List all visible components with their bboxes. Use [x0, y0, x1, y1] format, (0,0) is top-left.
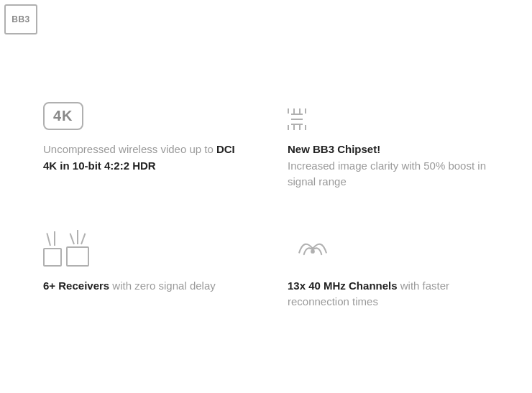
chip-pins-bottom — [288, 125, 306, 130]
icon-container-receivers — [43, 219, 244, 269]
antenna-center — [54, 231, 55, 246]
antenna-left-2 — [70, 233, 75, 244]
pin — [291, 114, 297, 115]
chip-body: BB3 — [4, 4, 37, 34]
pin — [293, 108, 295, 114]
feature-channels-text: 13x 40 MHz Channels with faster reconnec… — [288, 278, 489, 310]
feature-bb3-text: New BB3 Chipset! Increased image clarity… — [288, 142, 489, 190]
signal-svg — [291, 232, 334, 264]
chip-pins-top — [288, 108, 306, 114]
chip-pins-left — [291, 114, 297, 125]
pin — [297, 114, 303, 115]
features-grid: 4K Uncompressed wireless video up to DCI… — [0, 54, 532, 339]
feature-channels: 13x 40 MHz Channels with faster reconnec… — [288, 219, 489, 310]
feature-4k-highlight: DCI 4K in 10-bit 4:2:2 HDR — [43, 143, 235, 172]
antenna-left — [46, 233, 51, 246]
receiver-box-1 — [43, 248, 62, 267]
receiver-unit-1 — [43, 231, 62, 267]
feature-4k: 4K Uncompressed wireless video up to DCI… — [43, 83, 244, 190]
chip-pins-right — [297, 114, 303, 125]
icon-container-4k: 4K — [43, 83, 244, 133]
svg-point-0 — [311, 249, 315, 254]
feature-receivers-title: 6+ Receivers — [43, 279, 109, 292]
pin — [299, 125, 301, 130]
bb3-icon: BB3 — [288, 108, 306, 130]
chip-middle: BB3 — [291, 114, 303, 125]
pin — [291, 119, 297, 120]
receiver-unit-2 — [66, 230, 89, 267]
antenna-group-2 — [73, 230, 82, 244]
antenna-group-1 — [50, 231, 55, 246]
pin — [288, 108, 289, 114]
pin — [288, 125, 289, 130]
pin — [293, 125, 295, 130]
signal-icon — [288, 231, 338, 267]
antenna-center-2 — [77, 230, 78, 244]
feature-bb3-description: Increased image clarity with 50% boost i… — [288, 159, 486, 188]
feature-receivers-text: 6+ Receivers with zero signal delay — [43, 278, 244, 295]
pin — [299, 108, 301, 114]
feature-bb3: BB3 New BB3 Chipset! Increas — [288, 83, 489, 190]
feature-4k-text: Uncompressed wireless video up to DCI 4K… — [43, 142, 244, 174]
feature-bb3-title: New BB3 Chipset! — [288, 143, 380, 155]
feature-receivers-description: with zero signal delay — [109, 279, 216, 292]
feature-receivers: 6+ Receivers with zero signal delay — [43, 219, 244, 310]
receivers-icon — [43, 230, 89, 267]
feature-channels-title: 13x 40 MHz Channels — [288, 279, 398, 292]
antenna-right-2 — [81, 233, 86, 244]
icon-container-channels — [288, 219, 489, 269]
receiver-box-2 — [66, 246, 89, 267]
pin — [297, 119, 303, 120]
4k-icon: 4K — [43, 102, 83, 130]
pin — [305, 125, 306, 130]
chip-label: BB3 — [12, 14, 30, 24]
pin — [305, 108, 306, 114]
icon-container-bb3: BB3 — [288, 83, 489, 133]
4k-label: 4K — [53, 108, 73, 124]
